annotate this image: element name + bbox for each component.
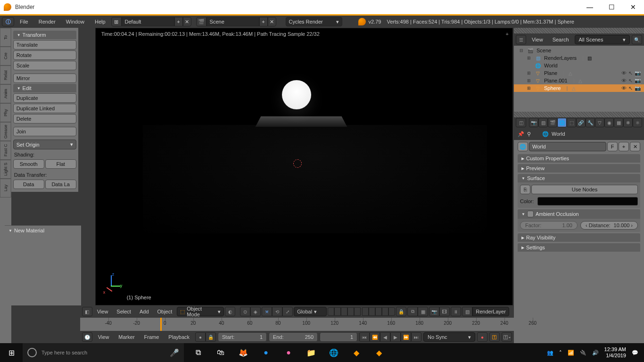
tl-frame[interactable]: Frame [140, 334, 163, 340]
tab-render-icon[interactable]: 📷 [529, 118, 538, 127]
mic-icon[interactable]: 🎤 [170, 348, 179, 357]
record-icon[interactable]: ● [477, 332, 487, 342]
people-icon[interactable]: 👥 [547, 350, 553, 356]
layer-buttons[interactable] [328, 307, 395, 316]
tab-renderlayers-icon[interactable]: ▧ [538, 118, 548, 127]
keying-set-icon[interactable]: ⚿ [489, 332, 500, 342]
tab-animation[interactable]: Anim [0, 84, 11, 103]
pin-context-icon[interactable]: ⚲ [527, 131, 531, 137]
outliner-search-menu[interactable]: Search [549, 37, 573, 42]
outliner-search-icon[interactable]: 🔍 [632, 35, 642, 44]
ao-distance-field[interactable]: ‹ Distance:10.000 › [580, 221, 638, 230]
tab-world-icon[interactable]: 🌐 [557, 118, 567, 127]
world-color-swatch[interactable] [537, 197, 638, 206]
node-icon[interactable]: ⎘ [520, 185, 530, 194]
tab-scene-icon[interactable]: 🎬 [548, 118, 557, 127]
tab-lights[interactable]: Light S [0, 160, 11, 179]
renderlayer-slot[interactable]: ▧ RenderLayer [462, 307, 509, 316]
3d-viewport[interactable]: Time:00:04.24 | Remaining:00:02.13 | Mem… [95, 28, 513, 305]
world-datablock-icon[interactable]: 🌐 [518, 142, 528, 151]
keying-set-dropdown-icon[interactable]: ⚿▾ [502, 332, 512, 342]
tab-physics[interactable]: Phy [0, 103, 11, 122]
render-buttons[interactable]: 📷 🎞 [429, 307, 450, 316]
preview-header[interactable]: Preview [518, 164, 640, 173]
outliner-row[interactable]: 🌐World [514, 62, 644, 69]
store-icon[interactable]: 🛍 [209, 343, 232, 362]
translate-button[interactable]: Translate [13, 40, 76, 49]
info-editor-type-icon[interactable]: ⓘ [2, 17, 14, 26]
chrome-icon[interactable]: 🌐 [322, 343, 345, 362]
skip-end-icon[interactable]: ⏭ [411, 332, 421, 342]
custom-props-header[interactable]: Custom Properties [518, 154, 640, 163]
tl-lock-icon[interactable]: 🔒 [206, 332, 216, 342]
surface-header[interactable]: Surface [518, 174, 640, 182]
blender-task-icon[interactable]: ◆ [345, 343, 368, 362]
pivot-icon[interactable]: ⊙ [240, 307, 250, 316]
outliner-row[interactable]: ⊞▽Plane|△👁↖📷 [514, 69, 644, 77]
outliner-row[interactable]: ⊟🎬Scene [514, 47, 644, 54]
world-name-field[interactable]: World [529, 142, 606, 151]
opengl-render-icon[interactable]: 📷 [429, 307, 439, 316]
data-layout-button[interactable]: Data La [45, 180, 76, 189]
outliner-row[interactable]: ⊞▽Plane.001|△👁↖📷 [514, 77, 644, 84]
taskbar-search[interactable]: Type here to search 🎤 [23, 343, 184, 362]
duplicate-linked-button[interactable]: Duplicate Linked [13, 104, 76, 113]
explorer-icon[interactable]: 📁 [300, 343, 322, 362]
outliner-filter-dropdown[interactable]: All Scenes▾ [575, 35, 630, 44]
scene-add-button[interactable]: + [259, 17, 268, 26]
mode-dropdown[interactable]: ⬚Object Mode▾ [177, 307, 224, 316]
shading-mode-icon[interactable]: ◐ [225, 307, 235, 316]
delete-button[interactable]: Delete [13, 114, 76, 123]
timeline-editor-type-icon[interactable]: 🕐 [82, 332, 92, 342]
next-key-icon[interactable]: ⏩ [401, 332, 411, 342]
flat-button[interactable]: Flat [45, 159, 76, 169]
world-add-button[interactable]: + [619, 142, 629, 151]
window-maximize-button[interactable]: ☐ [601, 0, 622, 14]
frame-current-field[interactable]: 1 [320, 332, 357, 342]
window-close-button[interactable]: ✕ [622, 0, 644, 14]
pause-render-icon[interactable]: ⏸ [451, 307, 461, 316]
new-material-header[interactable]: New Material [5, 226, 81, 235]
tl-autokey-icon[interactable]: ● [195, 332, 206, 342]
tab-create[interactable]: Cre [0, 47, 11, 66]
properties-editor-type-icon[interactable]: ◫ [516, 118, 526, 127]
scene-dropdown[interactable]: 🎬 Scene + ✕ [196, 17, 276, 26]
opengl-anim-icon[interactable]: 🎞 [439, 307, 450, 316]
orientation-dropdown[interactable]: Global▾ [294, 307, 327, 316]
edit-header[interactable]: Edit [13, 84, 76, 92]
scale-manipulator-icon[interactable]: ⤢ [282, 307, 293, 316]
transform-header[interactable]: Transform [13, 31, 76, 39]
ao-header[interactable]: Ambient Occlusion [518, 209, 640, 219]
tab-grease[interactable]: Grease [0, 122, 11, 141]
outliner-row[interactable]: ⊞▽Sphere|△👁↖📷 [514, 84, 644, 92]
tab-particles-icon[interactable]: ❄ [623, 118, 633, 127]
tray-chevron-icon[interactable]: ˄ [559, 350, 562, 356]
tl-marker[interactable]: Marker [115, 334, 138, 340]
menu-render[interactable]: Render [34, 19, 60, 25]
outliner-editor-type-icon[interactable]: ☰ [516, 35, 526, 44]
play-reverse-icon[interactable]: ◀ [380, 332, 390, 342]
smooth-button[interactable]: Smooth [13, 159, 44, 169]
tl-view[interactable]: View [94, 334, 113, 340]
tab-material-icon[interactable]: ◉ [604, 118, 614, 127]
translate-manipulator-icon[interactable]: ⤧ [262, 307, 272, 316]
skip-start-icon[interactable]: ⏮ [359, 332, 370, 342]
view3d-view-menu[interactable]: View [93, 309, 112, 314]
volume-icon[interactable]: 🔊 [592, 350, 599, 356]
rotate-button[interactable]: Rotate [13, 50, 76, 60]
tab-fastc[interactable]: Fast C [0, 141, 11, 160]
osu-icon[interactable]: ● [277, 343, 300, 362]
view3d-editor-type-icon[interactable]: ◧ [82, 307, 92, 316]
transform-widgets[interactable]: ⤧ ⟲ ⤢ [262, 307, 293, 316]
resize-corner-2[interactable] [514, 112, 644, 117]
manipulator-icon[interactable]: ◈ [250, 307, 261, 316]
tab-modifiers-icon[interactable]: 🔧 [586, 118, 595, 127]
timeline-ruler[interactable]: -40-200204060801001201401601802002202402… [80, 318, 514, 331]
blender-task-icon-2[interactable]: ◆ [368, 343, 390, 362]
tab-relations[interactable]: Relat [0, 66, 11, 84]
tab-layers[interactable]: Lay [0, 179, 11, 197]
lock-icon[interactable]: 🔒 [396, 307, 406, 316]
set-origin-dropdown[interactable]: Set Origin▾ [13, 140, 76, 149]
menu-window[interactable]: Window [61, 19, 89, 25]
taskbar-clock[interactable]: 12:39 AM1/4/2019 [604, 346, 626, 359]
